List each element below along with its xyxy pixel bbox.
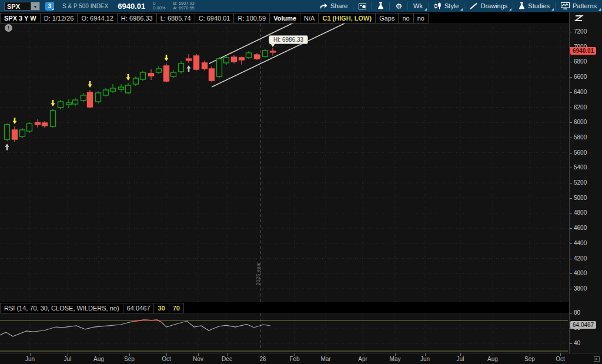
change-percent: 0.00% [153,6,165,11]
price-tick-label: 5400 [574,164,587,171]
info-icon[interactable]: ! [5,24,12,32]
gear-button[interactable]: ⚙ [390,0,407,12]
candle[interactable] [12,130,18,139]
ohlc-cell[interactable]: no [398,13,413,24]
price-tick-mark [570,228,572,229]
candle[interactable] [171,72,176,76]
rsi-header-cell[interactable]: 70 [169,303,184,313]
candle[interactable] [149,74,154,76]
time-tick-label: Sep [521,356,539,362]
flag-count-badge[interactable]: 3 [45,2,54,11]
candle[interactable] [133,78,139,84]
time-axis[interactable]: JunJulAugSepOctNovDec26FebMarAprMayJunJu… [0,353,602,364]
candle[interactable] [246,53,252,58]
time-tick-label: Apr [354,356,372,362]
candles[interactable] [5,44,276,150]
ohlc-cell[interactable]: Volume [269,13,300,24]
price-tick-mark [570,168,572,168]
ohlc-cell[interactable]: Gaps [375,13,399,24]
calendar-button[interactable] [353,0,372,12]
candle[interactable] [51,111,56,126]
candle[interactable] [20,130,25,136]
candle[interactable] [35,122,41,125]
price-tick-label: 4200 [574,255,587,262]
price-tick-label: 7200 [574,28,587,35]
time-tick-label: Jun [21,356,39,362]
candle[interactable] [103,90,109,95]
symbol-box: SPX ▼ [4,2,40,11]
candle[interactable] [96,93,101,102]
sell-signal-arrow-head [88,84,92,88]
candle[interactable] [232,57,237,62]
ohlc-cell: O: 6944.12 [77,13,117,24]
ohlc-cell[interactable]: N/A [300,13,319,24]
bid-ask-block: B: 6907.93 A: 6970.55 [173,1,194,11]
thinkorswim-chart-window: ! Hi: 6986.33 2025 year SPX ▼ 3 S & P 50… [0,0,602,364]
time-tick-label: Mar [317,356,335,362]
candle[interactable] [27,123,32,131]
candle[interactable] [66,103,72,105]
candle[interactable] [270,51,276,52]
price-tick-label: 5000 [574,195,587,201]
candle[interactable] [73,100,78,104]
candle[interactable] [119,87,124,89]
rsi-header-cell[interactable]: RSI (14, 70, 30, CLOSE, WILDERS, no) [0,303,123,313]
price-axis[interactable]: 6940.01 64.0467 720070006800660064006200… [569,12,602,353]
price-tick-label: 4600 [574,225,587,231]
candle[interactable] [111,88,116,91]
share-icon [320,3,327,9]
drawings-button[interactable]: Drawings [464,0,513,12]
calendar-mini-icon[interactable] [594,356,600,362]
share-button[interactable]: Share [315,0,353,12]
style-button[interactable]: Style [429,0,464,12]
change-block: 0 0.00% [153,1,165,11]
candle[interactable] [141,72,146,79]
time-tick-label: May [386,356,404,362]
candle[interactable] [88,92,93,107]
candle[interactable] [156,69,162,72]
candle[interactable] [81,95,86,101]
sell-signal-arrow-head [165,58,169,61]
candle[interactable] [5,125,10,139]
rsi-tick-mark [570,313,572,313]
wk-button[interactable]: Wk [408,0,428,12]
zigzag-pattern-icon[interactable] [574,14,584,22]
top-toolbar: SPX ▼ 3 S & P 500 INDEX 6940.01 0 0.00% … [0,0,602,12]
candle[interactable] [255,55,260,59]
time-tick-label: Aug [90,356,108,362]
candle[interactable] [239,58,245,60]
candle[interactable] [126,85,131,93]
symbol-dropdown-button[interactable]: ▼ [31,2,40,11]
candle[interactable] [186,59,192,61]
last-price: 6940.01 [118,2,145,11]
candle[interactable] [179,64,184,72]
ohlc-cell: C: 6940.01 [195,13,235,24]
flask-button[interactable] [372,0,389,12]
candle[interactable] [42,123,48,126]
studies-button[interactable]: Studies [513,0,555,12]
time-tick-label: Jul [59,356,76,362]
patterns-button[interactable]: Patterns [556,0,602,12]
rsi-header-cell[interactable]: 30 [153,303,169,313]
symbol-input[interactable]: SPX [4,2,31,11]
candle[interactable] [224,58,229,63]
pencil-icon [470,3,477,9]
rsi-tick-label: 40 [574,340,580,346]
candle[interactable] [202,63,208,69]
candle[interactable] [263,51,268,56]
last-price-badge: 6940.01 [570,47,596,55]
candle[interactable] [164,66,169,81]
candle[interactable] [209,69,215,81]
ohlc-cell[interactable]: C1 (HIGH, LOW) [318,13,376,24]
candle[interactable] [217,59,222,76]
rsi-tick-mark [570,343,572,344]
ask-value: A: 6970.55 [173,6,194,11]
ohlc-cell[interactable]: no [413,13,429,24]
price-tick-mark [570,77,572,78]
toolbar-button-label: Style [444,2,459,9]
price-tick-mark [570,243,572,244]
candle[interactable] [58,102,63,108]
rsi-tick-label: 80 [574,309,580,316]
price-tick-label: 6000 [574,119,587,125]
candle[interactable] [194,56,199,69]
